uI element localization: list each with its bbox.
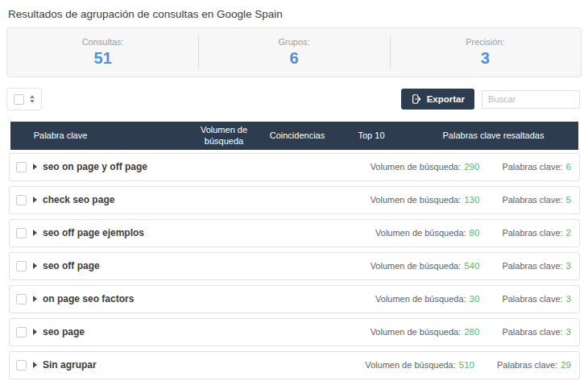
toolbar: Exportar [6, 87, 580, 111]
row-checkbox[interactable] [16, 195, 27, 205]
stat-grupos-value: 6 [289, 49, 298, 68]
column-header-top10: Top 10 [334, 130, 408, 141]
keywords-metric-value: 29 [561, 360, 571, 370]
search-input[interactable] [482, 90, 580, 109]
keywords-metric: Palabras clave: 5 [502, 195, 571, 205]
stats-summary-bar: Consultas: 51 Grupos: 6 Precisión: 3 [6, 27, 582, 77]
table-row[interactable]: check seo page Volumen de búsqueda: 130 … [9, 186, 580, 214]
group-rows: seo on page y off page Volumen de búsque… [9, 153, 580, 379]
keywords-metric-label: Palabras clave: [502, 228, 562, 238]
stat-consultas-label: Consultas: [82, 37, 124, 47]
group-name[interactable]: check seo page [43, 194, 114, 205]
keywords-metric-value: 3 [566, 327, 571, 337]
table-row[interactable]: seo off page Volumen de búsqueda: 540 Pa… [9, 252, 580, 280]
keywords-metric: Palabras clave: 6 [502, 162, 571, 172]
keywords-metric: Palabras clave: 29 [497, 360, 571, 370]
volume-metric-label: Volumen de búsqueda: [371, 195, 462, 205]
volume-metric-label: Volumen de búsqueda: [371, 327, 462, 337]
volume-metric-value: 510 [459, 360, 474, 370]
row-checkbox[interactable] [16, 294, 27, 304]
select-dropdown-caret-icon[interactable] [30, 95, 35, 103]
volume-metric: Volumen de búsqueda: 30 [375, 294, 479, 304]
group-metrics: Volumen de búsqueda: 130 Palabras clave:… [371, 195, 571, 205]
export-button-label: Exportar [427, 94, 465, 104]
column-header-coincidencias: Coincidencias [260, 130, 334, 141]
column-header-palabra-clave: Palabra clave [10, 130, 110, 141]
expand-caret-icon[interactable] [33, 230, 37, 236]
stat-precision-label: Precisión: [466, 37, 504, 47]
keywords-metric: Palabras clave: 2 [502, 228, 571, 238]
stat-grupos: Grupos: 6 [198, 28, 389, 77]
select-all-checkbox[interactable] [14, 94, 24, 105]
volume-metric-value: 540 [464, 261, 479, 271]
row-checkbox[interactable] [16, 360, 27, 371]
volume-metric-value: 80 [470, 228, 480, 238]
volume-metric: Volumen de búsqueda: 290 [371, 162, 480, 172]
volume-metric: Volumen de búsqueda: 510 [365, 360, 474, 370]
table-row[interactable]: seo page Volumen de búsqueda: 280 Palabr… [9, 318, 580, 346]
group-name[interactable]: seo on page y off page [43, 161, 147, 172]
group-name[interactable]: seo off page [43, 260, 100, 271]
keywords-metric-value: 3 [566, 261, 571, 271]
expand-caret-icon[interactable] [33, 296, 37, 302]
expand-caret-icon[interactable] [33, 263, 37, 269]
row-checkbox[interactable] [16, 162, 27, 172]
group-metrics: Volumen de búsqueda: 540 Palabras clave:… [371, 261, 571, 271]
volume-metric-label: Volumen de búsqueda: [375, 294, 466, 304]
group-metrics: Volumen de búsqueda: 510 Palabras clave:… [365, 360, 571, 370]
keywords-metric-value: 6 [566, 162, 571, 172]
volume-metric-label: Volumen de búsqueda: [371, 162, 462, 172]
expand-caret-icon[interactable] [33, 164, 37, 170]
column-header-palabras-resaltadas: Palabras clave resaltadas [408, 130, 578, 141]
group-metrics: Volumen de búsqueda: 290 Palabras clave:… [371, 162, 571, 172]
expand-caret-icon[interactable] [33, 329, 37, 335]
group-metrics: Volumen de búsqueda: 30 Palabras clave: … [375, 294, 571, 304]
group-name[interactable]: seo off page ejemplos [43, 227, 144, 238]
volume-metric: Volumen de búsqueda: 130 [371, 195, 480, 205]
keywords-metric: Palabras clave: 3 [502, 261, 571, 271]
volume-metric-value: 30 [470, 294, 480, 304]
keywords-metric-label: Palabras clave: [502, 195, 562, 205]
stat-consultas-value: 51 [94, 49, 112, 68]
keywords-metric-value: 2 [566, 228, 571, 238]
group-name[interactable]: seo page [43, 326, 85, 338]
stat-consultas: Consultas: 51 [7, 28, 198, 77]
volume-metric: Volumen de búsqueda: 280 [371, 327, 480, 337]
expand-caret-icon[interactable] [33, 197, 37, 203]
page-title: Resultados de agrupación de consultas en… [0, 0, 588, 20]
keywords-metric-label: Palabras clave: [502, 327, 562, 337]
keywords-metric-label: Palabras clave: [502, 294, 562, 304]
group-metrics: Volumen de búsqueda: 280 Palabras clave:… [371, 327, 571, 337]
export-icon [411, 93, 422, 105]
column-header-volumen-busqueda: Volumen de búsqueda [188, 124, 260, 147]
stat-precision: Precisión: 3 [390, 28, 581, 77]
stat-grupos-label: Grupos: [278, 37, 309, 47]
row-checkbox[interactable] [16, 228, 27, 238]
table-row[interactable]: seo on page y off page Volumen de búsque… [9, 153, 580, 181]
volume-metric-label: Volumen de búsqueda: [365, 360, 456, 370]
toolbar-right: Exportar [401, 89, 580, 110]
select-all-control[interactable] [6, 88, 42, 110]
keywords-metric-label: Palabras clave: [497, 360, 557, 370]
row-checkbox[interactable] [16, 261, 27, 271]
table-row[interactable]: seo off page ejemplos Volumen de búsqued… [9, 219, 580, 247]
stat-precision-value: 3 [481, 49, 490, 68]
group-name[interactable]: Sin agrupar [43, 359, 97, 371]
volume-metric: Volumen de búsqueda: 540 [371, 261, 480, 271]
export-button[interactable]: Exportar [401, 89, 474, 110]
group-metrics: Volumen de búsqueda: 80 Palabras clave: … [375, 228, 571, 238]
table-row[interactable]: on page seo factors Volumen de búsqueda:… [9, 285, 580, 313]
volume-metric-label: Volumen de búsqueda: [375, 228, 466, 238]
volume-metric-value: 130 [464, 195, 479, 205]
row-checkbox[interactable] [16, 327, 27, 338]
keywords-metric-value: 3 [566, 294, 571, 304]
expand-caret-icon[interactable] [33, 362, 37, 368]
keywords-metric: Palabras clave: 3 [502, 327, 571, 337]
volume-metric-value: 290 [464, 162, 479, 172]
keywords-metric: Palabras clave: 3 [502, 294, 571, 304]
volume-metric: Volumen de búsqueda: 80 [375, 228, 479, 238]
volume-metric-label: Volumen de búsqueda: [371, 261, 462, 271]
group-name[interactable]: on page seo factors [43, 293, 134, 304]
volume-metric-value: 280 [464, 327, 479, 337]
table-row[interactable]: Sin agrupar Volumen de búsqueda: 510 Pal… [9, 351, 580, 379]
